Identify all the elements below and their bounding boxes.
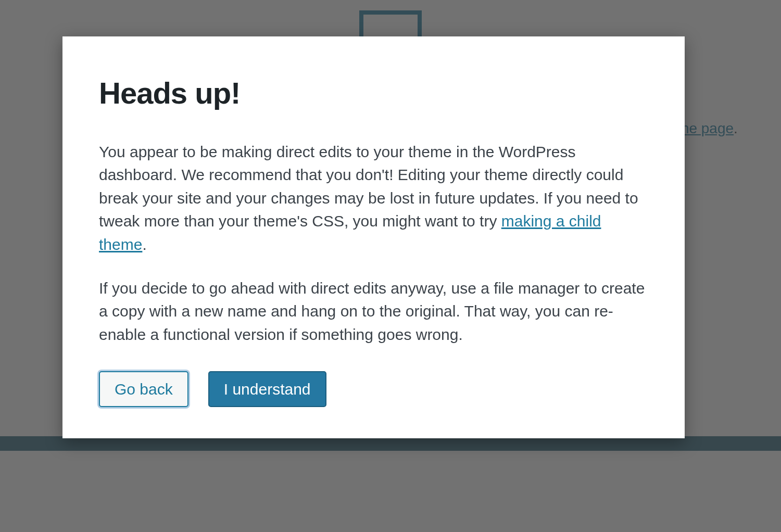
modal-para1-text-after: . <box>142 236 146 253</box>
modal-paragraph-1: You appear to be making direct edits to … <box>99 141 648 256</box>
i-understand-button[interactable]: I understand <box>208 371 326 407</box>
modal-button-row: Go back I understand <box>99 371 648 407</box>
warning-modal: Heads up! You appear to be making direct… <box>62 36 685 438</box>
modal-paragraph-2: If you decide to go ahead with direct ed… <box>99 277 648 346</box>
go-back-button[interactable]: Go back <box>99 371 188 407</box>
modal-title: Heads up! <box>99 75 648 110</box>
